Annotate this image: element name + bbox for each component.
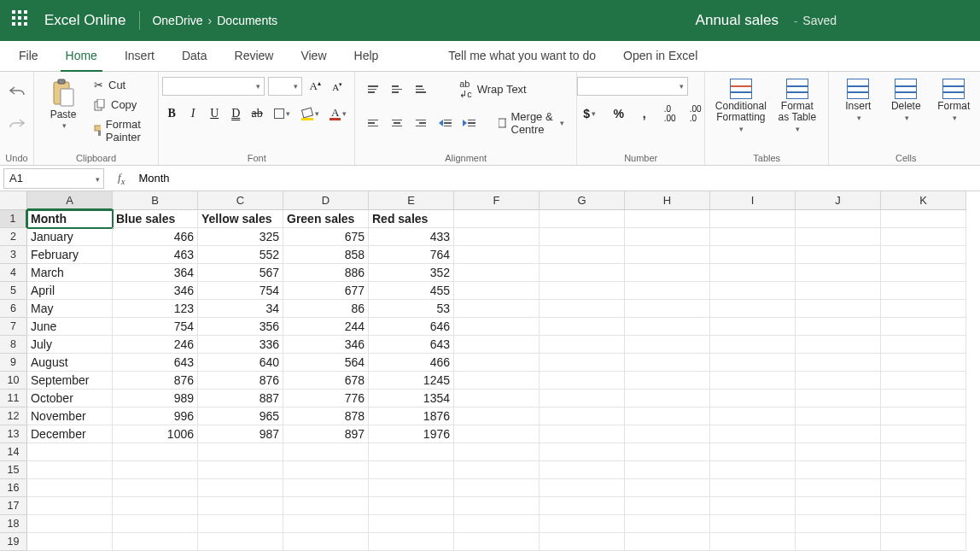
- header-cell[interactable]: Green sales: [283, 210, 369, 228]
- tab-file[interactable]: File: [5, 41, 52, 71]
- cell[interactable]: [710, 515, 796, 533]
- cell-blue[interactable]: 876: [113, 372, 198, 390]
- cell[interactable]: [283, 443, 369, 461]
- cell[interactable]: [454, 372, 540, 390]
- cell[interactable]: [27, 479, 113, 497]
- cell[interactable]: [796, 354, 881, 372]
- cell[interactable]: [796, 497, 881, 515]
- cell[interactable]: [283, 461, 369, 479]
- tab-help[interactable]: Help: [341, 41, 393, 71]
- cell[interactable]: [540, 515, 625, 533]
- tab-data[interactable]: Data: [168, 41, 221, 71]
- cell[interactable]: [625, 336, 710, 354]
- column-header-J[interactable]: J: [796, 191, 881, 210]
- cell[interactable]: [540, 497, 625, 515]
- cell[interactable]: [283, 479, 369, 497]
- cut-button[interactable]: ✂Cut: [90, 77, 149, 93]
- cell[interactable]: [710, 533, 796, 551]
- cell[interactable]: [369, 497, 454, 515]
- cell[interactable]: [796, 300, 881, 318]
- cell[interactable]: [710, 210, 796, 228]
- cell[interactable]: [881, 515, 966, 533]
- percent-format-button[interactable]: %: [610, 104, 628, 123]
- cell[interactable]: [454, 407, 540, 425]
- row-header-16[interactable]: 16: [0, 479, 27, 497]
- cell[interactable]: [283, 533, 369, 551]
- decrease-indent-button[interactable]: [435, 114, 454, 132]
- cell-red[interactable]: 1354: [369, 390, 454, 407]
- cell-blue[interactable]: 123: [113, 300, 198, 318]
- cell[interactable]: [881, 282, 966, 300]
- decrease-font-button[interactable]: A▾: [328, 77, 347, 96]
- cell[interactable]: [198, 515, 283, 533]
- cell[interactable]: [540, 372, 625, 390]
- cell[interactable]: [625, 407, 710, 425]
- cell[interactable]: [625, 461, 710, 479]
- increase-decimal-button[interactable]: .0.00: [661, 104, 680, 123]
- cell-red[interactable]: 455: [369, 282, 454, 300]
- format-as-table-button[interactable]: Formatas Table ▾: [774, 77, 820, 137]
- cell[interactable]: [625, 390, 710, 407]
- cell-blue[interactable]: 643: [113, 354, 198, 372]
- cell[interactable]: [113, 461, 198, 479]
- cell[interactable]: [625, 318, 710, 336]
- cell[interactable]: [625, 246, 710, 264]
- cell[interactable]: [710, 461, 796, 479]
- cell[interactable]: [796, 515, 881, 533]
- row-header-4[interactable]: 4: [0, 264, 27, 282]
- cell[interactable]: [710, 300, 796, 318]
- cell-red[interactable]: 1245: [369, 372, 454, 390]
- cell[interactable]: [625, 354, 710, 372]
- cell-red[interactable]: 646: [369, 318, 454, 336]
- column-header-A[interactable]: A: [27, 191, 113, 210]
- cell[interactable]: [881, 264, 966, 282]
- cell[interactable]: [796, 390, 881, 407]
- column-header-C[interactable]: C: [198, 191, 283, 210]
- strikethrough-button[interactable]: ab: [248, 104, 266, 123]
- cell-green[interactable]: 675: [283, 228, 369, 246]
- cell[interactable]: [454, 336, 540, 354]
- name-box[interactable]: A1▾: [3, 168, 104, 189]
- cell[interactable]: [625, 282, 710, 300]
- cell-red[interactable]: 1976: [369, 425, 454, 443]
- cell-month[interactable]: April: [27, 282, 113, 300]
- align-right-button[interactable]: [411, 114, 430, 132]
- breadcrumb-onedrive[interactable]: OneDrive: [152, 14, 202, 27]
- cell[interactable]: [113, 479, 198, 497]
- cell-blue[interactable]: 463: [113, 246, 198, 264]
- header-cell[interactable]: Blue sales: [113, 210, 198, 228]
- cell[interactable]: [454, 210, 540, 228]
- row-header-17[interactable]: 17: [0, 497, 27, 515]
- row-header-19[interactable]: 19: [0, 533, 27, 551]
- format-cells-button[interactable]: Format▾: [933, 77, 974, 125]
- cell-green[interactable]: 346: [283, 336, 369, 354]
- cell[interactable]: [881, 443, 966, 461]
- active-cell[interactable]: Month: [27, 210, 113, 228]
- cell[interactable]: [540, 407, 625, 425]
- cell-blue[interactable]: 246: [113, 336, 198, 354]
- column-header-D[interactable]: D: [283, 191, 369, 210]
- cell-red[interactable]: 1876: [369, 407, 454, 425]
- cell[interactable]: [454, 228, 540, 246]
- cell[interactable]: [625, 210, 710, 228]
- cell[interactable]: [198, 461, 283, 479]
- cell-yellow[interactable]: 325: [198, 228, 283, 246]
- column-header-G[interactable]: G: [540, 191, 625, 210]
- cell-yellow[interactable]: 987: [198, 425, 283, 443]
- align-bottom-button[interactable]: [411, 80, 430, 99]
- cell-red[interactable]: 53: [369, 300, 454, 318]
- select-all-corner[interactable]: [0, 191, 27, 210]
- cell-red[interactable]: 643: [369, 336, 454, 354]
- cell[interactable]: [369, 515, 454, 533]
- cell[interactable]: [540, 479, 625, 497]
- cell[interactable]: [198, 497, 283, 515]
- cell[interactable]: [27, 533, 113, 551]
- double-underline-button[interactable]: D: [226, 104, 245, 123]
- header-cell[interactable]: Red sales: [369, 210, 454, 228]
- cell-month[interactable]: January: [27, 228, 113, 246]
- cell-yellow[interactable]: 876: [198, 372, 283, 390]
- column-header-K[interactable]: K: [881, 191, 966, 210]
- cell[interactable]: [540, 354, 625, 372]
- decrease-decimal-button[interactable]: .00.0: [686, 104, 705, 123]
- cell[interactable]: [454, 318, 540, 336]
